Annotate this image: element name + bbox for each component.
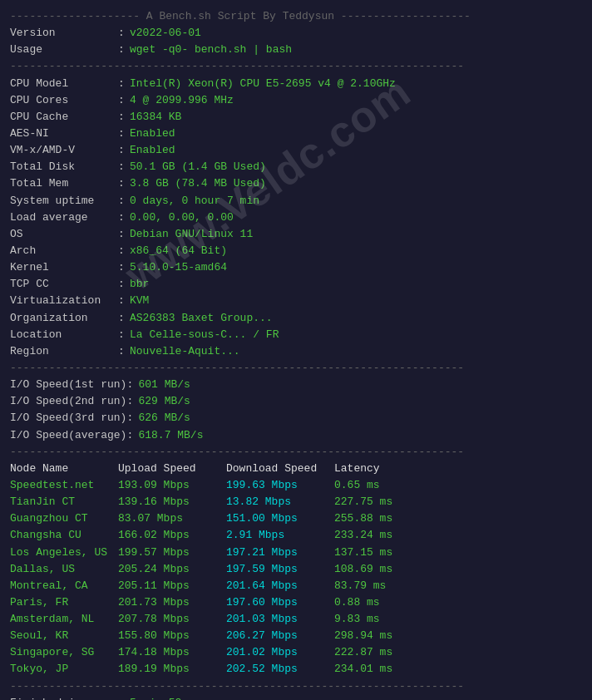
total-disk-label: Total Disk — [10, 159, 118, 175]
speed-download: 206.27 Mbps — [226, 628, 334, 644]
uptime-label: System uptime — [10, 193, 118, 210]
speed-upload: 205.11 Mbps — [118, 578, 226, 594]
total-mem-row: Total Mem : 3.8 GB (78.4 MB Used) — [10, 175, 582, 192]
virt-value: KVM — [130, 293, 149, 309]
speed-table-row: Los Angeles, US199.57 Mbps197.21 Mbps137… — [10, 545, 582, 561]
virt-row: Virtualization : KVM — [10, 293, 582, 309]
divider2: ----------------------------------------… — [10, 58, 582, 75]
region-label: Region — [10, 343, 118, 360]
speed-table-row: Dallas, US205.24 Mbps197.59 Mbps108.69 m… — [10, 561, 582, 578]
virt-label: Virtualization — [10, 293, 118, 309]
aes-ni-value: Enabled — [130, 126, 175, 142]
total-mem-value: 3.8 GB (78.4 MB Used) — [130, 175, 266, 192]
kernel-row: Kernel : 5.10.0-15-amd64 — [10, 259, 582, 276]
divider4: ----------------------------------------… — [10, 444, 582, 461]
speed-node-name: Montreal, CA — [10, 578, 118, 594]
speed-upload: 201.73 Mbps — [118, 594, 226, 611]
io2-row: I/O Speed(2nd run) : 629 MB/s — [10, 393, 582, 410]
speed-upload: 205.24 Mbps — [118, 561, 226, 578]
speed-node-name: Dallas, US — [10, 561, 118, 578]
speed-node-name: Amsterdam, NL — [10, 611, 118, 628]
total-disk-row: Total Disk : 50.1 GB (1.4 GB Used) — [10, 159, 582, 175]
finished-value: 5 min 52 sec — [130, 695, 208, 700]
cpu-model-label: CPU Model — [10, 76, 118, 92]
io3-row: I/O Speed(3rd run) : 626 MB/s — [10, 410, 582, 426]
os-value: Debian GNU/Linux 11 — [130, 226, 253, 243]
cpu-cache-value: 16384 KB — [130, 109, 181, 126]
kernel-label: Kernel — [10, 259, 118, 276]
col-download-header: Download Speed — [226, 461, 334, 477]
col-node-header: Node Name — [10, 461, 118, 477]
divider5: ----------------------------------------… — [10, 678, 582, 695]
speed-download: 201.03 Mbps — [226, 611, 334, 628]
speed-upload: 166.02 Mbps — [118, 527, 226, 544]
org-label: Organization — [10, 310, 118, 327]
usage-value: wget -q0- bench.sh | bash — [130, 42, 292, 58]
speed-table-row: Speedtest.net193.09 Mbps199.63 Mbps0.65 … — [10, 477, 582, 494]
org-value: AS26383 Baxet Group... — [130, 310, 273, 327]
speed-table-row: Guangzhou CT83.07 Mbps151.00 Mbps255.88 … — [10, 510, 582, 527]
region-row: Region : Nouvelle-Aquit... — [10, 343, 582, 360]
speed-download: 201.02 Mbps — [226, 644, 334, 661]
speed-table-row: Paris, FR201.73 Mbps197.60 Mbps0.88 ms — [10, 594, 582, 611]
speed-upload: 83.07 Mbps — [118, 510, 226, 527]
vm-amd-label: VM-x/AMD-V — [10, 142, 118, 159]
vm-amd-row: VM-x/AMD-V : Enabled — [10, 142, 582, 159]
speed-upload: 155.80 Mbps — [118, 628, 226, 644]
speed-latency: 108.69 ms — [334, 561, 417, 578]
speed-latency: 234.01 ms — [334, 661, 417, 678]
uptime-value: 0 days, 0 hour 7 min — [130, 193, 259, 210]
speed-upload: 207.78 Mbps — [118, 611, 226, 628]
speed-table-row: TianJin CT139.16 Mbps13.82 Mbps227.75 ms — [10, 494, 582, 510]
location-label: Location — [10, 327, 118, 343]
io2-value: 629 MB/s — [138, 393, 190, 410]
version-row: Version : v2022-06-01 — [10, 25, 582, 42]
cpu-cores-row: CPU Cores : 4 @ 2099.996 MHz — [10, 92, 582, 109]
io-avg-row: I/O Speed(average) : 618.7 MB/s — [10, 427, 582, 444]
total-mem-label: Total Mem — [10, 175, 118, 192]
speed-latency: 298.94 ms — [334, 628, 417, 644]
tcp-cc-value: bbr — [130, 276, 149, 293]
vm-amd-value: Enabled — [130, 142, 175, 159]
speed-download: 197.59 Mbps — [226, 561, 334, 578]
location-row: Location : La Celle-sous-C... / FR — [10, 327, 582, 343]
aes-ni-row: AES-NI : Enabled — [10, 126, 582, 142]
uptime-row: System uptime : 0 days, 0 hour 7 min — [10, 193, 582, 210]
speed-table-row: Tokyo, JP189.19 Mbps202.52 Mbps234.01 ms — [10, 661, 582, 678]
speed-node-name: Singapore, SG — [10, 644, 118, 661]
io1-row: I/O Speed(1st run) : 601 MB/s — [10, 377, 582, 393]
load-label: Load average — [10, 210, 118, 226]
speed-download: 199.63 Mbps — [226, 477, 334, 494]
speed-table-header: Node Name Upload Speed Download Speed La… — [10, 461, 582, 477]
header-divider: -------------------- A Bench.sh Script B… — [10, 8, 582, 25]
finished-row: Finished in : 5 min 52 sec — [10, 695, 582, 700]
arch-row: Arch : x86_64 (64 Bit) — [10, 243, 582, 259]
speed-table-row: Amsterdam, NL207.78 Mbps201.03 Mbps9.83 … — [10, 611, 582, 628]
col-latency-header: Latency — [334, 461, 417, 477]
cpu-cores-label: CPU Cores — [10, 92, 118, 109]
os-row: OS : Debian GNU/Linux 11 — [10, 226, 582, 243]
speed-table-row: Singapore, SG174.18 Mbps201.02 Mbps222.8… — [10, 644, 582, 661]
speed-node-name: Guangzhou CT — [10, 510, 118, 527]
speed-table-row: Changsha CU166.02 Mbps2.91 Mbps233.24 ms — [10, 527, 582, 544]
speed-download: 201.64 Mbps — [226, 578, 334, 594]
speed-latency: 83.79 ms — [334, 578, 417, 594]
load-value: 0.00, 0.00, 0.00 — [130, 210, 234, 226]
speed-latency: 233.24 ms — [334, 527, 417, 544]
os-label: OS — [10, 226, 118, 243]
speed-download: 202.52 Mbps — [226, 661, 334, 678]
io-avg-label: I/O Speed(average) — [10, 427, 126, 444]
cpu-cache-row: CPU Cache : 16384 KB — [10, 109, 582, 126]
org-row: Organization : AS26383 Baxet Group... — [10, 310, 582, 327]
speed-download: 2.91 Mbps — [226, 527, 334, 544]
col-upload-header: Upload Speed — [118, 461, 226, 477]
speed-download: 197.60 Mbps — [226, 594, 334, 611]
divider3: ----------------------------------------… — [10, 360, 582, 377]
speed-latency: 222.87 ms — [334, 644, 417, 661]
speed-download: 13.82 Mbps — [226, 494, 334, 510]
speed-upload: 139.16 Mbps — [118, 494, 226, 510]
speed-latency: 255.88 ms — [334, 510, 417, 527]
speed-node-name: Seoul, KR — [10, 628, 118, 644]
speed-node-name: Tokyo, JP — [10, 661, 118, 678]
tcp-cc-label: TCP CC — [10, 276, 118, 293]
